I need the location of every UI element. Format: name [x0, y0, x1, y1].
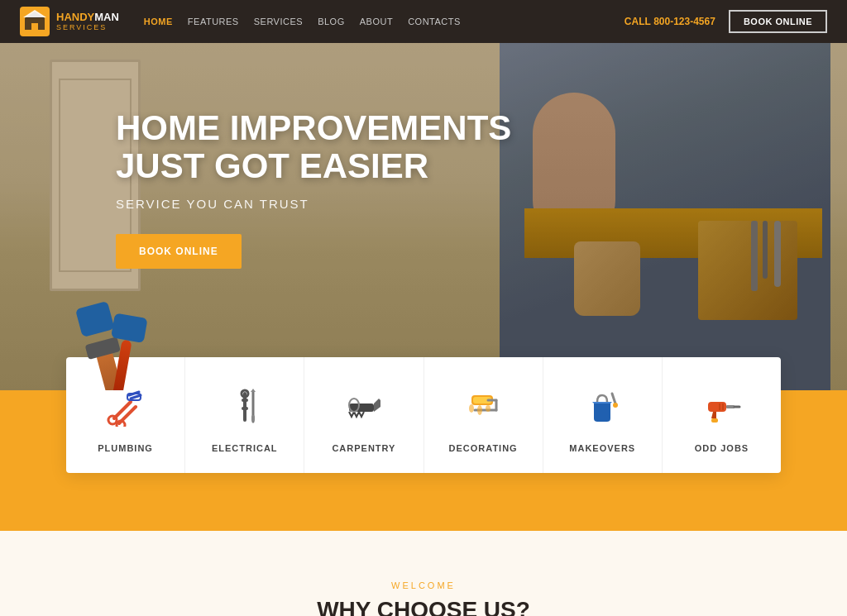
nav-services[interactable]: SERVICES [254, 17, 303, 26]
svg-point-25 [486, 405, 490, 412]
services-card: PLUMBING ELECTRICAL [66, 357, 781, 473]
main-nav: HOME FEATURES SERVICES BLOG ABOUT CONTAC… [144, 17, 624, 26]
makeovers-icon [577, 382, 627, 432]
service-item-decorating[interactable]: DECORATING [424, 357, 543, 473]
decorating-label: DECORATING [449, 443, 518, 453]
nav-home[interactable]: HOME [144, 17, 173, 26]
nav-about[interactable]: ABOUT [360, 17, 393, 26]
why-welcome-label: Welcome [0, 580, 847, 590]
yellow-band: PLUMBING ELECTRICAL [0, 390, 847, 531]
nav-blog[interactable]: BLOG [318, 17, 345, 26]
svg-rect-16 [349, 404, 374, 412]
svg-rect-11 [242, 407, 248, 410]
electrical-label: ELECTRICAL [212, 443, 278, 453]
svg-rect-33 [711, 418, 718, 423]
service-item-makeovers[interactable]: MAKEOVERS [543, 357, 663, 473]
carpentry-icon [339, 382, 389, 432]
service-item-carpentry[interactable]: CARPENTRY [304, 357, 424, 473]
hero-subtitle: SERVICE YOU CAN TRUST [116, 197, 847, 211]
service-item-electrical[interactable]: ELECTRICAL [185, 357, 304, 473]
svg-point-23 [469, 404, 474, 413]
hero-section: HOME IMPROVEMENTS JUST GOT EASIER SERVIC… [0, 43, 847, 390]
svg-line-7 [131, 395, 141, 399]
hero-content: HOME IMPROVEMENTS JUST GOT EASIER SERVIC… [0, 43, 847, 269]
service-item-odd-jobs[interactable]: ODD JOBS [663, 357, 781, 473]
electrical-icon [220, 382, 270, 432]
hero-tools-hands [83, 326, 111, 341]
site-header: HANDYMAN SERVICES HOME FEATURES SERVICES… [0, 0, 847, 43]
odd-jobs-label: ODD JOBS [695, 443, 749, 453]
svg-rect-15 [251, 415, 255, 422]
nav-contacts[interactable]: CONTACTS [408, 17, 461, 26]
svg-marker-14 [251, 389, 256, 392]
svg-rect-10 [242, 399, 248, 402]
nav-features[interactable]: FEATURES [188, 17, 239, 26]
logo[interactable]: HANDYMAN SERVICES [20, 7, 119, 36]
logo-icon [20, 7, 50, 36]
plumbing-label: PLUMBING [98, 443, 153, 453]
makeovers-label: MAKEOVERS [569, 443, 635, 453]
svg-point-27 [613, 403, 618, 408]
decorating-icon [458, 382, 508, 432]
svg-point-4 [108, 416, 117, 424]
odd-jobs-icon [696, 382, 746, 432]
why-choose-section: Welcome WHY CHOOSE US? [0, 531, 847, 616]
logo-brand: HANDYMAN SERVICES [56, 11, 119, 32]
svg-rect-1 [31, 23, 38, 30]
carpentry-label: CARPENTRY [332, 443, 395, 453]
call-info: CALL 800-123-4567 [624, 16, 715, 27]
hero-title: HOME IMPROVEMENTS JUST GOT EASIER [116, 109, 513, 185]
svg-point-24 [477, 405, 482, 415]
book-online-header-button[interactable]: BOOK ONLINE [729, 10, 827, 33]
header-right: CALL 800-123-4567 BOOK ONLINE [624, 10, 827, 33]
book-online-hero-button[interactable]: BOOK ONLINE [116, 234, 242, 269]
svg-line-26 [612, 394, 615, 404]
why-title: WHY CHOOSE US? [0, 597, 847, 616]
